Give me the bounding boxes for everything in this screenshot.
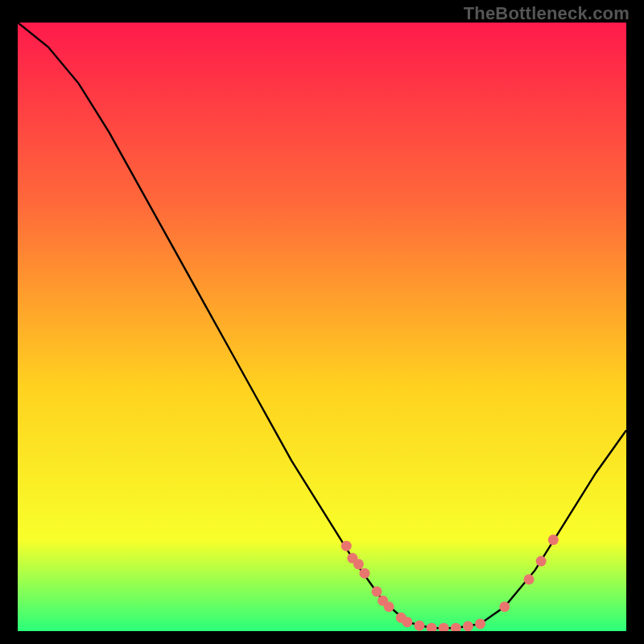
curve-marker	[524, 574, 535, 584]
curve-marker	[536, 556, 547, 567]
watermark-text: TheBottleneck.com	[464, 3, 630, 24]
curve-marker	[384, 601, 394, 612]
curve-marker	[372, 586, 382, 597]
curve-marker	[341, 541, 352, 551]
curve-marker	[414, 621, 424, 631]
curve-marker	[548, 535, 559, 545]
curve-marker	[475, 618, 485, 629]
chart-svg	[18, 23, 626, 631]
curve-marker	[359, 568, 369, 579]
curve-marker	[353, 559, 364, 569]
gradient-background	[18, 23, 626, 631]
plot-area	[18, 23, 626, 631]
curve-marker	[402, 617, 412, 627]
chart-container: TheBottleneck.com	[0, 0, 644, 644]
curve-marker	[463, 621, 473, 631]
curve-marker	[499, 601, 510, 612]
